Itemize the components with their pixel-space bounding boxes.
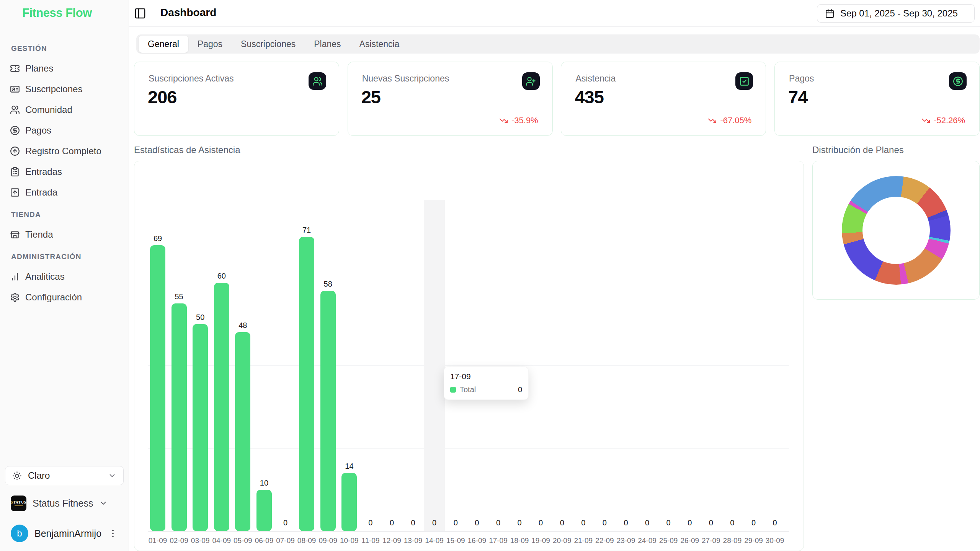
sidebar-item-planes[interactable]: Planes — [0, 58, 129, 79]
ellipsis-vertical-icon[interactable] — [108, 528, 118, 538]
header-divider — [153, 8, 153, 18]
tab-suscripciones[interactable]: Suscripciones — [232, 36, 305, 53]
date-range-label: Sep 01, 2025 - Sep 30, 2025 — [840, 8, 958, 19]
bar-chart-icon — [10, 272, 20, 282]
stat-value: 74 — [788, 86, 807, 108]
circle-dollar-icon — [10, 126, 20, 135]
bar-10-09[interactable] — [341, 473, 357, 531]
ticket-icon — [10, 64, 20, 73]
header: Dashboard Sep 01, 2025 - Sep 30, 2025 — [129, 0, 980, 27]
stat-change: -67.05% — [708, 116, 751, 126]
stat-card-asistencia: Asistencia435-67.05% — [561, 62, 766, 136]
calendar-icon — [825, 9, 835, 18]
sun-icon — [12, 471, 22, 481]
sidebar-item-label: Analiticas — [25, 271, 65, 282]
tooltip-swatch — [450, 387, 456, 393]
sidebar-item-pagos[interactable]: Pagos — [0, 120, 129, 141]
bar-01-09[interactable] — [150, 245, 165, 531]
users-icon — [309, 72, 326, 90]
stat-title: Nuevas Suscripciones — [362, 73, 449, 84]
trending-down-icon — [499, 116, 508, 125]
bar-03-09[interactable] — [193, 324, 208, 531]
sidebar-item-label: Entrada — [25, 187, 57, 198]
sidebar-item-registro-completo[interactable]: Registro Completo — [0, 141, 129, 161]
donut-hole — [862, 197, 930, 264]
users-icon — [10, 105, 20, 115]
user-plus-icon — [522, 72, 540, 90]
sidebar-item-comunidad[interactable]: Comunidad — [0, 99, 129, 120]
bar-04-09[interactable] — [214, 283, 229, 531]
user-menu[interactable]: b BenjaminArmijo — [5, 523, 124, 544]
tab-asistencia[interactable]: Asistencia — [350, 36, 409, 53]
stat-value: 206 — [148, 86, 176, 108]
org-logo: STATUS — [11, 496, 26, 511]
tab-pagos[interactable]: Pagos — [188, 36, 232, 53]
sidebar-section-label: ADMINISTRACIÓN — [0, 249, 129, 266]
bar-09-09[interactable] — [320, 291, 336, 531]
gridline — [148, 200, 789, 200]
trending-down-icon — [708, 116, 717, 125]
stat-card-pagos: Pagos74-52.26% — [774, 62, 980, 136]
avatar: b — [11, 525, 28, 542]
settings-icon — [10, 292, 20, 302]
bar-02-09[interactable] — [172, 303, 187, 531]
plans-donut-card — [812, 161, 980, 300]
bar-value-label: 50 — [185, 313, 216, 322]
sidebar-item-entrada[interactable]: Entrada — [0, 182, 129, 203]
sidebar-item-entradas[interactable]: Entradas — [0, 161, 129, 182]
sidebar: Fitness Flow GESTIÓNPlanesSuscripcionesC… — [0, 0, 129, 551]
stat-card-nuevas-suscripciones: Nuevas Suscripciones25-35.9% — [348, 62, 553, 136]
bar-05-09[interactable] — [235, 332, 250, 531]
tooltip-value: 0 — [518, 385, 522, 394]
bar-06-09[interactable] — [256, 490, 272, 531]
org-switcher[interactable]: STATUS Status Fitness — [5, 494, 124, 512]
tab-planes[interactable]: Planes — [305, 36, 350, 53]
stat-title: Suscripciones Activas — [149, 73, 234, 84]
stat-value: 25 — [361, 86, 381, 108]
stat-change-value: -52.26% — [934, 116, 965, 126]
sidebar-item-suscripciones[interactable]: Suscripciones — [0, 79, 129, 99]
sidebar-toggle-button[interactable] — [134, 7, 146, 20]
chevron-down-icon — [99, 499, 108, 507]
sidebar-item-label: Tienda — [25, 229, 53, 240]
bar-value-label: 55 — [164, 292, 194, 301]
bar-08-09[interactable] — [299, 237, 314, 531]
sidebar-nav: GESTIÓNPlanesSuscripcionesComunidadPagos… — [0, 38, 129, 312]
tab-general[interactable]: General — [139, 36, 188, 53]
sidebar-item-label: Planes — [25, 63, 53, 74]
theme-selector[interactable]: Claro — [5, 466, 124, 485]
main-content: Dashboard Sep 01, 2025 - Sep 30, 2025 Ge… — [129, 0, 980, 551]
plans-donut-chart[interactable] — [842, 176, 951, 285]
x-axis-line — [148, 531, 789, 531]
store-icon — [10, 230, 20, 240]
bar-value-label: 48 — [227, 321, 258, 330]
x-axis-tick-label: 30-09 — [759, 536, 791, 545]
circle-dollar-icon — [949, 72, 967, 90]
stat-value: 435 — [575, 86, 603, 108]
sidebar-section-label: TIENDA — [0, 207, 129, 224]
sidebar-item-label: Comunidad — [25, 104, 72, 115]
sidebar-item-analiticas[interactable]: Analiticas — [0, 266, 129, 287]
sidebar-item-label: Pagos — [25, 125, 51, 136]
org-name: Status Fitness — [33, 498, 93, 509]
sidebar-section: GESTIÓNPlanesSuscripcionesComunidadPagos… — [0, 41, 129, 203]
sidebar-item-label: Registro Completo — [25, 146, 101, 156]
sidebar-item-label: Configuración — [25, 292, 82, 303]
chart-tooltip: 17-09 Total 0 — [444, 367, 529, 400]
date-range-picker[interactable]: Sep 01, 2025 - Sep 30, 2025 — [817, 4, 975, 23]
sidebar-item-tienda[interactable]: Tienda — [0, 224, 129, 245]
bar-value-label: 10 — [249, 478, 279, 487]
square-check-icon — [735, 72, 753, 90]
sidebar-section-label: GESTIÓN — [0, 41, 129, 58]
bar-value-label: 60 — [206, 271, 237, 280]
plans-section-title: Distribución de Planes — [812, 145, 904, 155]
hover-highlight-band — [424, 200, 445, 531]
sidebar-section: TIENDATienda — [0, 207, 129, 245]
attendance-section-title: Estadísticas de Asistencia — [134, 145, 240, 155]
tab-bar: GeneralPagosSuscripcionesPlanesAsistenci… — [136, 34, 980, 54]
chevron-down-icon — [108, 471, 116, 480]
stat-change: -35.9% — [499, 116, 538, 126]
attendance-chart-card: 6901-095502-095003-096004-094805-091006-… — [134, 161, 804, 551]
sidebar-item-configuracion[interactable]: Configuración — [0, 287, 129, 308]
bar-value-label: 69 — [142, 234, 173, 243]
